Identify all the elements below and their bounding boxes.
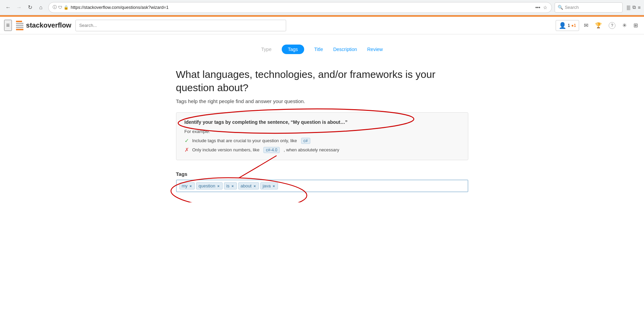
logo-bar-4 [16, 27, 23, 28]
so-logo-icon [16, 21, 23, 30]
tabs-icon[interactable]: ⧉ [632, 4, 636, 10]
wizard-step-description[interactable]: Description [333, 47, 357, 52]
tag-java-remove[interactable]: × [272, 184, 276, 188]
so-logo-text: stackoverflow [26, 21, 71, 29]
tag-my-remove[interactable]: × [189, 184, 192, 188]
grid-icon: ⊞ [633, 22, 638, 29]
snowflake-icon: ✳ [622, 22, 627, 29]
help-button[interactable]: ? [607, 20, 617, 31]
page-heading: What languages, technologies, and/or fra… [176, 68, 468, 94]
main-content: Type Tags Title Description Review What … [169, 34, 475, 202]
help-icon: ? [609, 22, 615, 29]
inbox-icon: ✉ [584, 22, 588, 29]
search-glass-icon: 🔍 [558, 5, 563, 10]
tag-my-label: my [182, 183, 188, 188]
instruction-title: Identify your tags by completing the sen… [185, 119, 460, 125]
wizard-steps: Type Tags Title Description Review [176, 45, 468, 54]
instruction-list: ✓ Include tags that are crucial to your … [185, 137, 460, 153]
inbox-button[interactable]: ✉ [582, 20, 590, 31]
page-subtext: Tags help the right people find and answ… [176, 98, 468, 104]
tags-text-input[interactable] [279, 183, 465, 188]
tag-pill-csharp[interactable]: c# [301, 138, 310, 144]
logo-bar-3 [16, 25, 23, 26]
tag-about-label: about [241, 183, 252, 188]
tags-label: Tags [176, 171, 468, 177]
browser-menu-icons: ||| ⧉ ≡ [627, 4, 641, 10]
so-header: ≡ stackoverflow 👤 1 ●1 ✉ 🏆 ? ✳ [0, 17, 644, 34]
wizard-step-review[interactable]: Review [367, 47, 383, 52]
logo-bar-5 [16, 29, 23, 30]
lock-icon: 🔒 [64, 5, 69, 10]
browser-chrome: ← → ↻ ⌂ ⓘ 🛡 🔒 https://stackoverflow.com/… [0, 0, 644, 15]
tag-java-label: java [263, 183, 271, 188]
so-header-right: 👤 1 ●1 ✉ 🏆 ? ✳ ⊞ [556, 20, 640, 31]
wizard-step-title[interactable]: Title [314, 47, 323, 52]
tag-question-remove[interactable]: × [216, 184, 220, 188]
tag-about-remove[interactable]: × [253, 184, 256, 188]
x-icon: ✗ [185, 147, 189, 153]
trophy-icon: 🏆 [595, 22, 602, 29]
so-logo-overflow: overflow [43, 21, 71, 29]
browser-search-placeholder: Search [565, 5, 579, 10]
info-icon: ⓘ [53, 4, 57, 10]
hamburger-menu-button[interactable]: ≡ [4, 20, 12, 31]
so-logo-stack: stack [26, 21, 43, 29]
forward-button[interactable]: → [14, 3, 24, 12]
trophy-button[interactable]: 🏆 [593, 20, 604, 31]
address-bar-security-icons: ⓘ 🛡 🔒 [53, 4, 69, 10]
reputation-dot: ●1 [571, 23, 576, 28]
browser-top-bar: ← → ↻ ⌂ ⓘ 🛡 🔒 https://stackoverflow.com/… [0, 0, 644, 15]
instruction-item-x: ✗ Only include version numbers, like c#-… [185, 147, 460, 153]
tag-question: question × [196, 182, 223, 189]
tag-pill-csharp-version[interactable]: c#-4.0 [263, 147, 279, 153]
avatar-icon: 👤 [559, 22, 566, 29]
instruction-x-text: Only include version numbers, like [192, 147, 260, 152]
wizard-step-type[interactable]: Type [261, 47, 272, 52]
tag-about: about × [238, 182, 259, 189]
logo-bar-1 [16, 21, 22, 22]
instruction-item-check: ✓ Include tags that are crucial to your … [185, 137, 460, 144]
so-logo[interactable]: stackoverflow [16, 21, 71, 30]
tags-section: Tags my × question × is × [176, 171, 468, 192]
reputation-count: 1 [568, 23, 570, 28]
tag-is: is × [224, 182, 237, 189]
tag-is-remove[interactable]: × [231, 184, 234, 188]
grid-menu-button[interactable]: ⊞ [631, 20, 640, 31]
instruction-box: Identify your tags by completing the sen… [176, 112, 468, 160]
url-text: https://stackoverflow.com/questions/ask?… [71, 5, 533, 10]
instruction-check-text: Include tags that are crucial to your qu… [192, 138, 297, 143]
tag-java: java × [260, 182, 278, 189]
instruction-example-label: For example: [185, 129, 460, 134]
tag-question-label: question [198, 183, 215, 188]
address-bar[interactable]: ⓘ 🛡 🔒 https://stackoverflow.com/question… [48, 2, 552, 13]
snowflake-button[interactable]: ✳ [620, 20, 629, 31]
tag-is-label: is [226, 183, 229, 188]
reload-button[interactable]: ↻ [25, 3, 35, 12]
bookmark-icon[interactable]: ☆ [543, 5, 547, 10]
home-button[interactable]: ⌂ [36, 3, 46, 12]
browser-search-box[interactable]: 🔍 Search [555, 2, 623, 13]
reputation-badge[interactable]: 👤 1 ●1 [556, 20, 579, 31]
logo-bar-2 [16, 23, 23, 24]
browser-menu-icon[interactable]: ≡ [638, 5, 641, 10]
so-search-input[interactable] [75, 20, 286, 31]
tags-input-container[interactable]: my × question × is × about × java × [176, 180, 468, 192]
back-button[interactable]: ← [3, 3, 13, 12]
wizard-step-tags[interactable]: Tags [282, 45, 304, 54]
more-icon[interactable]: ••• [535, 5, 540, 10]
shield-icon: 🛡 [58, 5, 62, 10]
tag-my: my × [179, 182, 195, 189]
instruction-x-text-after: , when absolutely necessary [284, 147, 339, 152]
check-icon: ✓ [185, 137, 189, 144]
library-icon[interactable]: ||| [627, 5, 630, 10]
address-bar-right-icons: ••• ☆ [535, 5, 547, 10]
tags-wrapper: my × question × is × about × java × [176, 180, 468, 192]
nav-buttons: ← → ↻ ⌂ [3, 3, 46, 12]
